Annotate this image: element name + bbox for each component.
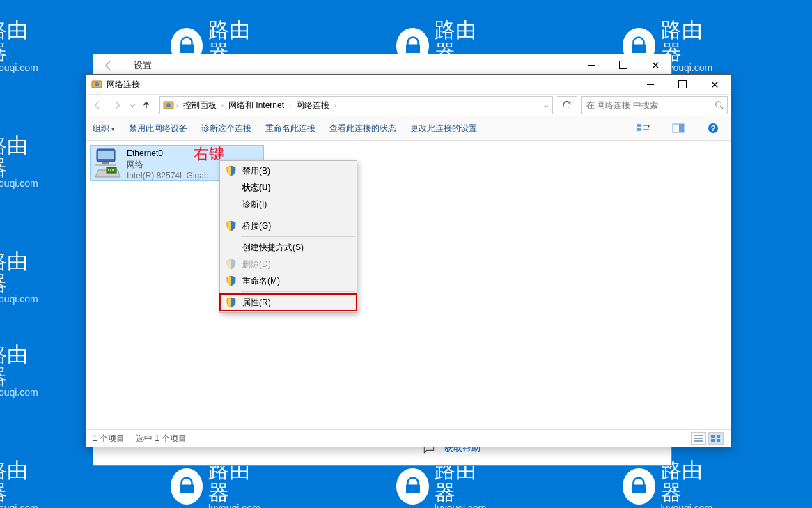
adapter-status: 网络: [127, 159, 216, 170]
breadcrumb-network-internet[interactable]: 网络和 Internet: [226, 99, 287, 112]
svg-rect-25: [110, 169, 111, 171]
svg-point-12: [716, 102, 721, 107]
svg-text:?: ?: [711, 124, 716, 132]
svg-rect-20: [98, 151, 114, 159]
svg-rect-21: [102, 162, 109, 164]
command-bar: 组织 禁用此网络设备 诊断这个连接 重命名此连接 查看此连接的状态 更改此连接的…: [86, 116, 731, 141]
explorer-minimize-button[interactable]: [634, 75, 666, 94]
svg-point-9: [95, 82, 99, 86]
breadcrumb-dropdown[interactable]: ⌄: [544, 102, 549, 109]
svg-point-3: [414, 47, 417, 50]
nav-up-button[interactable]: [137, 97, 155, 114]
settings-maximize-button[interactable]: [607, 54, 639, 75]
svg-rect-29: [711, 439, 715, 442]
svg-point-11: [166, 103, 171, 107]
settings-close-button[interactable]: ✕: [639, 54, 671, 75]
ctx-status[interactable]: 状态(U): [220, 179, 357, 196]
cmd-disable-device[interactable]: 禁用此网络设备: [129, 123, 187, 134]
network-adapter-icon: [94, 148, 122, 178]
nav-forward-button[interactable]: [108, 97, 126, 114]
adapter-list-area[interactable]: Ethernet0 网络 Intel(R) 82574L Gigab... 右键…: [86, 141, 731, 440]
svg-rect-24: [108, 169, 109, 171]
svg-rect-13: [637, 124, 641, 127]
explorer-titlebar[interactable]: 网络连接 ✕: [86, 75, 731, 94]
preview-pane-button[interactable]: [668, 120, 689, 137]
ctx-disable[interactable]: 禁用(B): [220, 162, 357, 179]
network-connections-window: 网络连接 ✕ › 控制面板 › 网络和 Internet: [85, 74, 731, 447]
network-folder-icon: [91, 79, 102, 90]
search-input[interactable]: [585, 100, 715, 111]
settings-title-text: 设置: [134, 59, 152, 72]
ctx-create-shortcut[interactable]: 创建快捷方式(S): [220, 239, 357, 256]
refresh-button[interactable]: [557, 96, 577, 114]
svg-rect-30: [717, 439, 720, 442]
adapter-device: Intel(R) 82574L Gigab...: [127, 170, 216, 181]
shield-icon: [226, 165, 237, 176]
ctx-diagnose[interactable]: 诊断(I): [220, 196, 357, 213]
status-selection: 选中 1 个项目: [136, 433, 187, 445]
address-bar: › 控制面板 › 网络和 Internet › 网络连接 › ⌄: [86, 94, 731, 116]
svg-rect-16: [679, 124, 684, 132]
help-button[interactable]: ?: [703, 120, 724, 137]
svg-rect-22: [95, 164, 116, 166]
svg-point-5: [640, 47, 643, 50]
context-menu: 禁用(B) 状态(U) 诊断(I) 桥接(G) 创建快捷方式(S) 删除(D): [219, 160, 357, 313]
shield-icon: [226, 220, 237, 231]
svg-point-0: [182, 47, 185, 50]
cmd-change-settings[interactable]: 更改此连接的设置: [410, 123, 477, 134]
view-details-button[interactable]: [691, 432, 706, 445]
breadcrumb-control-panel[interactable]: 控制面板: [180, 99, 219, 112]
shield-icon: [226, 259, 237, 270]
network-folder-icon: [163, 100, 174, 111]
explorer-maximize-button[interactable]: [666, 75, 698, 94]
svg-rect-27: [711, 435, 715, 438]
svg-point-4: [635, 47, 638, 50]
svg-point-1: [188, 47, 191, 50]
nav-back-button[interactable]: [88, 97, 107, 114]
search-box[interactable]: [581, 96, 728, 114]
nav-history-dropdown[interactable]: [129, 102, 136, 109]
status-item-count: 1 个项目: [93, 433, 125, 445]
breadcrumb-network-connections[interactable]: 网络连接: [293, 99, 332, 112]
svg-rect-26: [112, 169, 114, 171]
svg-rect-14: [637, 128, 641, 131]
explorer-title-text: 网络连接: [107, 79, 140, 91]
cmd-view-status[interactable]: 查看此连接的状态: [329, 123, 396, 134]
cmd-diagnose[interactable]: 诊断这个连接: [201, 123, 251, 134]
settings-minimize-button[interactable]: [575, 54, 607, 75]
view-tiles-button[interactable]: [708, 432, 724, 445]
shield-icon: [226, 297, 237, 308]
back-icon[interactable]: [103, 60, 114, 73]
ctx-delete: 删除(D): [220, 256, 357, 272]
search-icon: [715, 100, 724, 110]
view-options-button[interactable]: [633, 120, 654, 137]
breadcrumb[interactable]: › 控制面板 › 网络和 Internet › 网络连接 › ⌄: [159, 96, 553, 114]
ctx-rename[interactable]: 重命名(M): [220, 272, 357, 289]
shield-icon: [226, 275, 237, 286]
cmd-rename[interactable]: 重命名此连接: [265, 123, 315, 134]
adapter-name: Ethernet0: [127, 148, 216, 159]
status-bar: 1 个项目 选中 1 个项目: [86, 429, 731, 447]
explorer-close-button[interactable]: ✕: [698, 75, 731, 94]
svg-point-2: [409, 47, 412, 50]
ctx-properties[interactable]: 属性(R): [220, 294, 357, 311]
ctx-bridge[interactable]: 桥接(G): [220, 217, 357, 234]
svg-rect-28: [717, 435, 720, 438]
cmd-organize[interactable]: 组织: [93, 123, 115, 134]
